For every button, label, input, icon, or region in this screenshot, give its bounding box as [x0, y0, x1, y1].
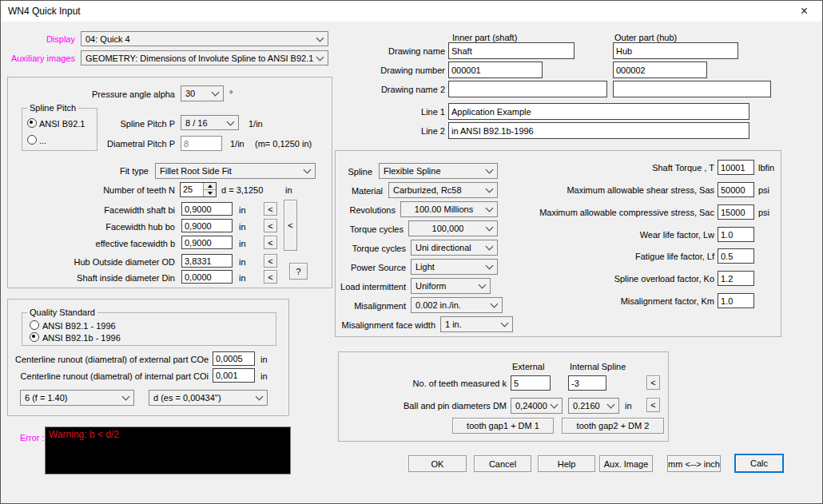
tolerance-class-combobox[interactable]: 6 (f = 1.40) [20, 390, 134, 406]
spline-pitch-other-radio[interactable] [27, 135, 37, 145]
pressure-angle-combobox[interactable]: 30 [181, 85, 224, 101]
mm-inch-toggle-button[interactable]: mm <--> inch [667, 455, 721, 472]
shaft-torque-input[interactable] [718, 160, 754, 175]
take-facewidth-shaft-button[interactable]: < [264, 202, 277, 216]
power-source-combobox[interactable]: Light [411, 259, 498, 275]
torque-cycles-direction-combobox[interactable]: Uni directional [411, 240, 498, 256]
shear-stress-input[interactable] [718, 182, 754, 197]
spline-pitch-group-title: Spline Pitch [27, 103, 78, 113]
revolutions-combobox[interactable]: 100.00 Millions [400, 201, 498, 217]
cancel-button[interactable]: Cancel [474, 455, 531, 472]
spline-pitch-ansi-radio[interactable] [27, 118, 37, 128]
material-combobox[interactable]: Carburized, Rc58 [388, 182, 498, 198]
quality-ansi-b921b-radio-label: ANSI B92.1b - 1996 [42, 333, 121, 343]
display-value: 04: Quick 4 [85, 34, 130, 44]
help-question-button[interactable]: ? [289, 263, 308, 280]
fit-type-combobox[interactable]: Fillet Root Side Fit [155, 163, 316, 179]
take-ball-pin-button[interactable]: < [646, 398, 660, 412]
take-facewidth-hub-button[interactable]: < [264, 219, 277, 232]
chevron-down-icon [486, 204, 494, 212]
misalignment-face-width-combobox[interactable]: 1 in. [440, 316, 513, 332]
fatigue-life-factor-label: Fatigue life factor, Lf [520, 252, 714, 261]
spline-overload-factor-input[interactable] [718, 271, 754, 286]
teeth-measured-internal-input[interactable] [568, 375, 606, 391]
chevron-down-icon [607, 401, 615, 409]
drawing-name2-inner-input[interactable] [448, 81, 607, 97]
shaft-inside-diameter-input[interactable] [181, 270, 233, 284]
centerline-runout-external-input[interactable] [213, 351, 255, 366]
take-teeth-measured-button[interactable]: < [646, 375, 660, 390]
torque-cycles-count-combobox[interactable]: 100,000 [408, 220, 498, 236]
line2-input[interactable] [448, 122, 749, 139]
compressive-stress-input[interactable] [718, 204, 754, 220]
chevron-down-icon [227, 117, 235, 125]
teeth-count-spinner[interactable]: 25 [180, 182, 217, 197]
chevron-down-icon [256, 393, 264, 401]
take-hub-outside-diameter-button[interactable]: < [264, 254, 277, 268]
facewidth-hub-input[interactable] [181, 219, 233, 232]
quality-ansi-b921b-radio[interactable] [30, 332, 39, 342]
spin-down-button[interactable] [204, 190, 216, 196]
error-label: Error : [20, 433, 45, 442]
spline-combobox[interactable]: Flexible Spline [379, 163, 498, 179]
load-intermittent-combobox[interactable]: Uniform [411, 278, 491, 294]
calc-button[interactable]: Calc [734, 454, 784, 473]
diametral-pitch-input[interactable] [181, 136, 222, 151]
spin-up-button[interactable] [204, 183, 216, 190]
drawing-number-inner-input[interactable] [448, 62, 543, 78]
take-effective-facewidth-button[interactable]: < [264, 236, 277, 249]
display-combobox[interactable]: 04: Quick 4 [81, 31, 328, 46]
fit-type-label: Fit type [105, 166, 149, 176]
ball-pin-external-value: 0,24000 [515, 401, 547, 411]
spline-pitch-value: 8 / 16 [185, 118, 208, 128]
tooth-gap1-button[interactable]: tooth gap1 + DM 1 [452, 418, 554, 434]
spline-pitch-groupbox: Spline Pitch [22, 108, 97, 151]
help-button[interactable]: Help [538, 455, 595, 472]
close-button[interactable]: × [786, 1, 822, 22]
drawing-name-inner-input[interactable] [448, 42, 575, 59]
fit-letter-combobox[interactable]: d (es = 0,00434'') [149, 390, 268, 406]
ok-button[interactable]: OK [408, 455, 467, 472]
spline-overload-factor-label: Spline overload factor, Ko [520, 274, 714, 284]
chevron-down-icon [491, 300, 499, 308]
aux-images-combobox[interactable]: GEOMETRY: Dimensions of Involute Spline … [81, 50, 328, 65]
take-all-facewidths-button[interactable]: < [284, 200, 297, 251]
quality-ansi-b921-radio[interactable] [30, 320, 39, 330]
effective-facewidth-input[interactable] [181, 236, 233, 249]
torque-cycles-direction-label: Torque cycles [344, 244, 406, 253]
centerline-runout-internal-input[interactable] [213, 368, 255, 383]
misalignment-label: Misalignment [350, 301, 406, 311]
material-value: Carburized, Rc58 [393, 185, 462, 195]
chevron-down-icon [486, 243, 494, 251]
line1-input[interactable] [448, 103, 749, 120]
fatigue-life-factor-input[interactable] [718, 248, 754, 264]
misalignment-factor-input[interactable] [718, 293, 754, 308]
drawing-number-outer-input[interactable] [613, 62, 707, 78]
hub-outside-diameter-input[interactable] [181, 254, 233, 268]
compressive-stress-label: Maximum allowable compressive stress, Sa… [520, 208, 714, 217]
chevron-down-icon [486, 166, 494, 174]
hub-outside-diameter-label: Hub Outside diameter OD [49, 257, 175, 267]
wear-life-factor-input[interactable] [718, 227, 754, 242]
spline-pitch-combobox[interactable]: 8 / 16 [181, 115, 239, 130]
ball-pin-diameters-label: Ball and pin diameters DM [399, 401, 507, 411]
facewidth-shaft-label: Facewidth shaft bi [49, 205, 175, 215]
ball-pin-internal-combobox[interactable]: 0.2160 [568, 398, 619, 414]
aux-image-button[interactable]: Aux. Image [599, 455, 653, 472]
shear-stress-unit: psi [758, 185, 769, 195]
drawing-number-label: Drawing number [362, 65, 445, 75]
take-shaft-inside-diameter-button[interactable]: < [264, 270, 277, 284]
drawing-name-outer-input[interactable] [613, 42, 738, 59]
teeth-measured-external-input[interactable] [511, 375, 551, 391]
load-intermittent-value: Uniform [415, 281, 447, 291]
misalignment-combobox[interactable]: 0.002 in./in. [411, 297, 503, 313]
drawing-name2-outer-input[interactable] [613, 81, 771, 97]
spline-label: Spline [340, 167, 372, 177]
ball-pin-external-combobox[interactable]: 0,24000 [511, 398, 563, 414]
spin-down-icon [208, 192, 213, 195]
chevron-down-icon [551, 401, 559, 409]
tooth-gap2-button[interactable]: tooth gap2 + DM 2 [562, 418, 664, 434]
tolerance-class-value: 6 (f = 1.40) [25, 393, 68, 403]
chevron-down-icon [501, 319, 509, 327]
facewidth-shaft-input[interactable] [181, 202, 233, 216]
